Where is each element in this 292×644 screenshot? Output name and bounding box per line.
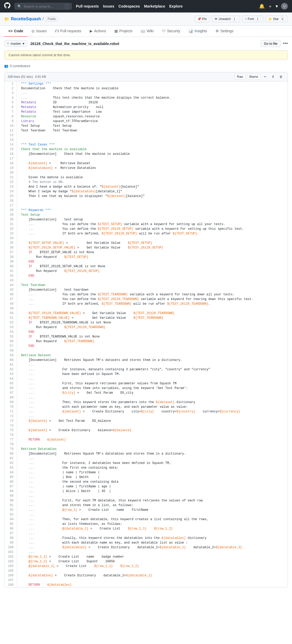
line-number[interactable]: 25 — [4, 194, 17, 199]
branch-selector[interactable]: ⑂ master ▾ — [4, 40, 27, 47]
plus-icon[interactable]: ＋ — [268, 3, 272, 9]
line-number[interactable]: 23 — [4, 184, 17, 189]
line-number[interactable]: 101 — [4, 550, 17, 554]
line-number[interactable]: 96 — [4, 526, 17, 531]
github-logo-icon[interactable] — [4, 2, 10, 10]
line-number[interactable]: 4 — [4, 95, 17, 100]
tab-settings[interactable]: ⚙ Settings — [211, 26, 238, 37]
line-number[interactable]: 108 — [4, 583, 17, 587]
line-number[interactable]: 55 — [4, 334, 17, 339]
line-number[interactable]: 65 — [4, 381, 17, 386]
line-number[interactable]: 80 — [4, 451, 17, 456]
line-number[interactable]: 100 — [4, 545, 17, 550]
line-number[interactable]: 41 — [4, 269, 17, 273]
line-number[interactable]: 31 — [4, 222, 17, 227]
line-number[interactable]: 44 — [4, 283, 17, 288]
line-number[interactable]: 3 — [4, 91, 17, 95]
line-number[interactable]: 89 — [4, 494, 17, 498]
star-button[interactable]: ⭐ Star 0 — [265, 16, 288, 22]
line-number[interactable]: 64 — [4, 377, 17, 381]
notifications-icon[interactable]: 🔔 — [259, 3, 265, 9]
line-number[interactable]: 37 — [4, 250, 17, 255]
line-number[interactable]: 82 — [4, 461, 17, 466]
line-number[interactable]: 77 — [4, 437, 17, 442]
line-number[interactable]: 57 — [4, 344, 17, 348]
line-number[interactable]: 85 — [4, 475, 17, 480]
line-number[interactable]: 90 — [4, 498, 17, 503]
line-number[interactable]: 58 — [4, 348, 17, 353]
copy-icon[interactable]: ⬇ — [270, 74, 276, 80]
line-number[interactable]: 105 — [4, 569, 17, 573]
tab-security[interactable]: 🛡 Security — [158, 26, 185, 37]
line-number[interactable]: 48 — [4, 302, 17, 306]
line-number[interactable]: 72 — [4, 414, 17, 419]
line-number[interactable]: 87 — [4, 484, 17, 489]
line-number[interactable]: 12 — [4, 133, 17, 138]
line-number[interactable]: 93 — [4, 512, 17, 517]
line-number[interactable]: 67 — [4, 391, 17, 395]
line-number[interactable]: 73 — [4, 419, 17, 423]
line-number[interactable]: 45 — [4, 288, 17, 292]
line-number[interactable]: 106 — [4, 573, 17, 578]
line-number[interactable]: 91 — [4, 503, 17, 508]
line-number[interactable]: 2 — [4, 86, 17, 91]
line-number[interactable]: 52 — [4, 320, 17, 325]
line-number[interactable]: 26 — [4, 199, 17, 203]
fork-button[interactable]: ⑂ Fork 1 — [242, 16, 263, 22]
avatar[interactable]: U — [281, 3, 288, 10]
line-number[interactable]: 74 — [4, 423, 17, 428]
line-number[interactable]: 47 — [4, 297, 17, 302]
line-number[interactable]: 78 — [4, 442, 17, 447]
line-number[interactable]: 103 — [4, 559, 17, 564]
line-number[interactable]: 76 — [4, 433, 17, 437]
line-number[interactable]: 54 — [4, 330, 17, 334]
line-number[interactable]: 79 — [4, 447, 17, 451]
line-number[interactable]: 18 — [4, 161, 17, 166]
line-number[interactable]: 46 — [4, 292, 17, 297]
line-number[interactable]: 59 — [4, 353, 17, 358]
line-number[interactable]: 49 — [4, 306, 17, 311]
tab-insights[interactable]: 📊 Insights — [184, 26, 211, 37]
line-number[interactable]: 66 — [4, 386, 17, 391]
line-number[interactable]: 29 — [4, 213, 17, 217]
line-number[interactable]: 81 — [4, 456, 17, 461]
line-number[interactable]: 15 — [4, 147, 17, 152]
unwatch-button[interactable]: 👁 Unwatch 1 — [212, 16, 240, 22]
line-number[interactable]: 98 — [4, 536, 17, 540]
line-number[interactable]: 42 — [4, 273, 17, 278]
line-number[interactable]: 68 — [4, 395, 17, 400]
top-nav-pull-requests[interactable]: Pull requests — [76, 4, 99, 8]
line-number[interactable]: 8 — [4, 114, 17, 119]
line-number[interactable]: 62 — [4, 367, 17, 372]
line-number[interactable]: 88 — [4, 489, 17, 494]
line-number[interactable]: 71 — [4, 409, 17, 414]
line-number[interactable]: 20 — [4, 170, 17, 175]
line-number[interactable]: 97 — [4, 531, 17, 536]
edit-icon[interactable]: ✏ — [262, 74, 268, 80]
line-number[interactable]: 94 — [4, 517, 17, 522]
top-nav-codespaces[interactable]: Codespaces — [119, 4, 140, 8]
line-number[interactable]: 10 — [4, 124, 17, 128]
line-number[interactable]: 19 — [4, 166, 17, 170]
line-number[interactable]: 21 — [4, 175, 17, 180]
search-bar[interactable]: 🔍 Search or jump to... / — [15, 3, 72, 10]
line-number[interactable]: 102 — [4, 554, 17, 559]
tab-pull-requests[interactable]: ⛙ Pull requests — [51, 26, 86, 37]
line-number[interactable]: 99 — [4, 540, 17, 545]
blame-button[interactable]: Blame — [247, 74, 261, 80]
line-number[interactable]: 5 — [4, 100, 17, 105]
line-number[interactable]: 107 — [4, 578, 17, 583]
line-number[interactable]: 53 — [4, 325, 17, 330]
tab-wiki[interactable]: 📖 Wiki — [137, 26, 158, 37]
pin-button[interactable]: 📌 Pin — [194, 16, 210, 22]
line-number[interactable]: 16 — [4, 152, 17, 156]
line-number[interactable]: 6 — [4, 105, 17, 110]
line-number[interactable]: 70 — [4, 405, 17, 409]
go-to-file-button[interactable]: Go to file — [261, 40, 281, 47]
line-number[interactable]: 13 — [4, 138, 17, 142]
line-number[interactable]: 51 — [4, 316, 17, 320]
line-number[interactable]: 83 — [4, 466, 17, 470]
line-number[interactable]: 84 — [4, 470, 17, 475]
tab-code[interactable]: <> Code — [4, 26, 27, 37]
line-number[interactable]: 36 — [4, 245, 17, 250]
